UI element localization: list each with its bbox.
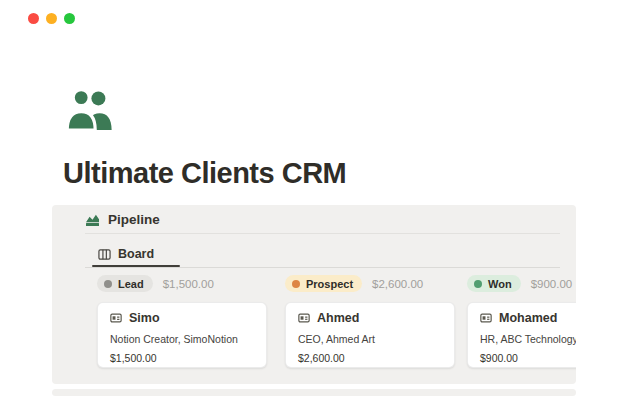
card-amount: $2,600.00 (298, 352, 442, 364)
contact-card-icon (110, 312, 122, 324)
tab-bar-divider (85, 267, 560, 268)
next-section-strip (52, 389, 576, 396)
column-total: $900.00 (531, 278, 573, 290)
status-dot (474, 280, 482, 288)
card-name: Ahmed (317, 311, 359, 325)
crm-card-mohamed[interactable]: Mohamed HR, ABC Technology $900.00 (467, 302, 576, 368)
active-tab-underline (92, 265, 180, 267)
zoom-window-button[interactable] (64, 13, 75, 24)
card-subtitle: CEO, Ahmed Art (298, 333, 442, 345)
status-pill-won[interactable]: Won (467, 275, 521, 292)
status-label: Lead (118, 278, 144, 290)
tab-board-label: Board (118, 247, 154, 261)
board-column-prospect: Prospect $2,600.00 (285, 275, 455, 368)
window: Ultimate Clients CRM Pipeline Board (0, 0, 640, 400)
people-icon[interactable] (64, 88, 116, 132)
contact-card-icon (298, 312, 310, 324)
close-window-button[interactable] (28, 13, 39, 24)
board-column-lead: Lead $1,500.00 (97, 275, 267, 368)
column-total: $1,500.00 (163, 278, 214, 290)
crm-card-ahmed[interactable]: Ahmed CEO, Ahmed Art $2,600.00 (285, 302, 455, 368)
card-name: Mohamed (499, 311, 557, 325)
board-column-won: Won $900.00 Mo (467, 275, 576, 368)
column-header: Lead $1,500.00 (97, 275, 267, 292)
card-subtitle: Notion Creator, SimoNotion (110, 333, 254, 345)
page-title: Ultimate Clients CRM (63, 157, 346, 189)
card-amount: $1,500.00 (110, 352, 254, 364)
pipeline-header: Pipeline (85, 212, 160, 227)
board-icon (98, 248, 111, 261)
contact-card-icon (480, 312, 492, 324)
crm-card-simo[interactable]: Simo Notion Creator, SimoNotion $1,500.0… (97, 302, 267, 368)
status-label: Prospect (306, 278, 353, 290)
window-controls (28, 13, 75, 24)
column-header: Prospect $2,600.00 (285, 275, 455, 292)
kanban-board: Lead $1,500.00 (52, 275, 576, 384)
status-dot (292, 280, 300, 288)
column-header: Won $900.00 (467, 275, 576, 292)
status-label: Won (488, 278, 512, 290)
status-pill-lead[interactable]: Lead (97, 275, 153, 292)
column-total: $2,600.00 (372, 278, 423, 290)
status-dot (104, 280, 112, 288)
card-amount: $900.00 (480, 352, 576, 364)
minimize-window-button[interactable] (46, 13, 57, 24)
tab-board[interactable]: Board (92, 245, 160, 263)
card-subtitle: HR, ABC Technology (480, 333, 576, 345)
header-divider (85, 233, 560, 234)
status-pill-prospect[interactable]: Prospect (285, 275, 362, 292)
pipeline-title: Pipeline (108, 212, 160, 227)
chart-icon (85, 212, 100, 227)
card-name: Simo (129, 311, 160, 325)
pipeline-section: Pipeline Board Lead (52, 205, 576, 384)
